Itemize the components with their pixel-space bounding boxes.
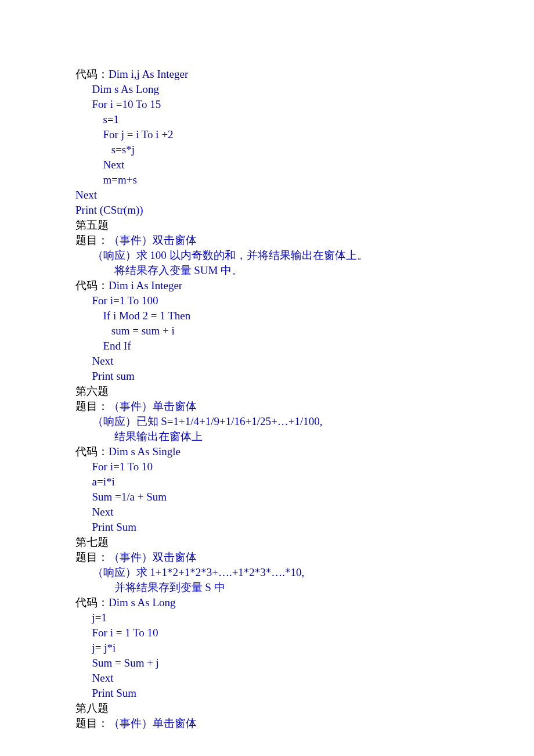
text-span: 代码： [75, 596, 109, 609]
text-line: a=i*i [75, 474, 534, 489]
text-span: If i Mod 2 = 1 Then [75, 309, 190, 322]
text-span: a=i*i [75, 476, 115, 488]
text-line: 结果输出在窗体上 [75, 429, 534, 444]
document-page: 代码：Dim i,j As Integer Dim s As Long For … [0, 0, 534, 731]
text-line: sum = sum + i [75, 323, 534, 339]
text-line: Sum = Sum + j [75, 656, 534, 671]
text-span: For j = i To i +2 [75, 128, 174, 141]
text-line: 代码：Dim s As Long [75, 595, 534, 610]
text-line: （响应）求 100 以内奇数的和，并将结果输出在窗体上。 [75, 248, 534, 263]
text-span: Print (CStr(m)) [75, 204, 143, 216]
text-line: Next [75, 671, 534, 686]
text-line: s=1 [75, 112, 534, 127]
text-span: （事件）单击窗体 [109, 717, 197, 729]
text-span: 第七题 [75, 536, 109, 548]
text-line: 题目：（事件）双击窗体 [75, 233, 534, 248]
text-line: 代码：Dim s As Single [75, 444, 534, 459]
text-span: Dim i As Integer [109, 279, 182, 291]
text-span: s=s*j [75, 143, 135, 156]
text-span: 第八题 [75, 702, 109, 714]
text-line: m=m+s [75, 172, 534, 188]
text-span: Next [75, 189, 97, 201]
text-line: Next [75, 157, 534, 172]
text-span: Next [75, 506, 113, 518]
text-line: For i=1 To 100 [75, 293, 534, 308]
text-line: End If [75, 339, 534, 354]
text-span: Next [75, 355, 113, 367]
text-span: Print sum [75, 370, 135, 382]
text-span: j=1 [75, 611, 107, 624]
text-line: 第五题 [75, 218, 534, 233]
text-span: 第五题 [75, 219, 109, 231]
text-span: Dim i,j As Integer [109, 68, 188, 80]
text-span: （事件）双击窗体 [109, 551, 197, 563]
text-span: Next [75, 672, 113, 684]
text-line: 并将结果存到变量 S 中 [75, 580, 534, 595]
text-span: 代码： [75, 279, 109, 291]
text-line: Print Sum [75, 686, 534, 701]
text-line: If i Mod 2 = 1 Then [75, 308, 534, 323]
text-span: 结果输出在窗体上 [75, 430, 203, 442]
text-span: 代码： [75, 445, 109, 458]
text-span: Sum =1/a + Sum [75, 491, 167, 503]
text-span: 第六题 [75, 385, 109, 397]
text-line: Dim s As Long [75, 82, 534, 97]
text-line: Next [75, 188, 534, 203]
text-span: Dim s As Single [109, 445, 181, 458]
text-span: sum = sum + i [75, 325, 175, 337]
text-line: j=1 [75, 610, 534, 625]
text-span: For i=1 To 10 [75, 460, 153, 473]
text-line: Sum =1/a + Sum [75, 489, 534, 505]
text-span: （响应）已知 S=1+1/4+1/9+1/16+1/25+…+1/100, [75, 415, 322, 427]
text-line: Print sum [75, 369, 534, 384]
text-span: End If [75, 340, 131, 352]
text-span: m=m+s [75, 174, 137, 186]
text-span: （事件）单击窗体 [109, 400, 197, 412]
text-span: s=1 [75, 113, 119, 125]
text-line: 第六题 [75, 384, 534, 399]
text-span: Next [75, 159, 124, 171]
text-line: Print (CStr(m)) [75, 203, 534, 218]
text-line: 第八题 [75, 701, 534, 716]
text-line: （响应）已知 S=1+1/4+1/9+1/16+1/25+…+1/100, [75, 414, 534, 429]
text-span: 题目： [75, 234, 109, 246]
text-span: Print Sum [75, 687, 136, 699]
text-span: For i =10 To 15 [75, 98, 161, 110]
text-line: Next [75, 505, 534, 520]
text-line: For i = 1 To 10 [75, 625, 534, 640]
text-span: 题目： [75, 551, 109, 563]
text-line: 将结果存入变量 SUM 中。 [75, 263, 534, 278]
text-line: 题目：（事件）单击窗体 [75, 399, 534, 414]
text-line: For j = i To i +2 [75, 127, 534, 142]
text-span: 题目： [75, 717, 109, 729]
text-line: j= j*i [75, 640, 534, 656]
text-line: （响应）求 1+1*2+1*2*3+….+1*2*3*….*10, [75, 565, 534, 580]
text-line: For i =10 To 15 [75, 97, 534, 112]
text-span: Sum = Sum + j [75, 657, 159, 669]
text-span: 并将结果存到变量 S 中 [75, 581, 225, 593]
text-line: 题目：（事件）双击窗体 [75, 550, 534, 565]
text-line: s=s*j [75, 142, 534, 157]
text-span: 题目： [75, 400, 109, 412]
text-span: For i = 1 To 10 [75, 627, 158, 639]
text-line: 第七题 [75, 535, 534, 550]
text-span: Dim s As Long [109, 596, 176, 609]
text-span: 代码： [75, 68, 109, 80]
text-line: 代码：Dim i As Integer [75, 278, 534, 293]
text-span: Print Sum [75, 521, 136, 533]
text-line: Print Sum [75, 520, 534, 535]
text-span: Dim s As Long [75, 83, 159, 95]
text-line: Next [75, 354, 534, 369]
text-span: j= j*i [75, 642, 116, 654]
text-span: （响应）求 100 以内奇数的和，并将结果输出在窗体上。 [75, 249, 368, 261]
text-span: For i=1 To 100 [75, 294, 158, 307]
text-span: （事件）双击窗体 [109, 234, 197, 246]
text-span: 将结果存入变量 SUM 中。 [75, 264, 243, 276]
text-line: 代码：Dim i,j As Integer [75, 67, 534, 82]
text-line: For i=1 To 10 [75, 459, 534, 474]
text-span: （响应）求 1+1*2+1*2*3+….+1*2*3*….*10, [75, 566, 304, 578]
text-line: 题目：（事件）单击窗体 [75, 716, 534, 731]
